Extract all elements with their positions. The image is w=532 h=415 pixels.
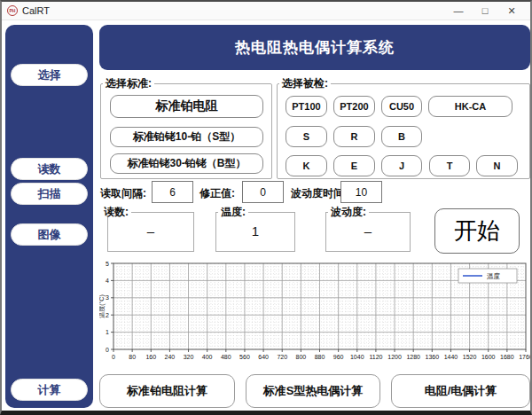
sidebar-item-calculate[interactable]: 计算 xyxy=(11,379,88,401)
std-pt-resistance-calc-button[interactable]: 标准铂电阻计算 xyxy=(99,374,235,408)
svg-text:560: 560 xyxy=(239,354,250,360)
window-controls: — □ ✕ xyxy=(445,2,525,20)
svg-text:640: 640 xyxy=(258,354,269,360)
svg-text:400: 400 xyxy=(202,354,213,360)
tested-r-button[interactable]: R xyxy=(333,126,375,147)
svg-text:1: 1 xyxy=(106,329,109,335)
svg-text:1760: 1760 xyxy=(519,354,531,360)
temperature-label: 温度: xyxy=(218,207,248,217)
svg-text:0: 0 xyxy=(112,354,115,360)
svg-text:1440: 1440 xyxy=(444,354,458,360)
reading-value: – xyxy=(108,223,193,239)
svg-text:160: 160 xyxy=(145,354,156,360)
fluctuation-label: 波动度: xyxy=(328,207,369,217)
standard-pt-resistance-button[interactable]: 标准铂电阻 xyxy=(110,95,263,118)
svg-text:1600: 1600 xyxy=(481,354,496,360)
svg-text:1200: 1200 xyxy=(387,354,402,360)
close-icon[interactable]: ✕ xyxy=(498,2,525,20)
resistance-thermocouple-calc-button[interactable]: 电阻/电偶计算 xyxy=(391,374,530,408)
fluctuation-value: – xyxy=(326,223,410,239)
tested-pt200-button[interactable]: PT200 xyxy=(333,96,375,117)
tested-s-button[interactable]: S xyxy=(286,126,327,147)
svg-text:温度: 温度 xyxy=(487,272,501,280)
app-window: PH CalRT — □ ✕ 选择 读数 扫描 图像 计算 热电阻热电偶计算系统… xyxy=(0,0,532,415)
tested-b-button[interactable]: B xyxy=(381,126,422,147)
svg-text:800: 800 xyxy=(296,354,307,360)
standard-s-type-button[interactable]: 标准铂铑10-铂（S型） xyxy=(110,127,263,147)
minimize-icon[interactable]: — xyxy=(445,2,472,20)
app-icon: PH xyxy=(7,5,18,16)
svg-text:5: 5 xyxy=(106,261,109,267)
reading-label: 读数: xyxy=(101,207,131,217)
svg-text:1680: 1680 xyxy=(500,354,514,360)
tested-group-label: 选择被检: xyxy=(279,78,331,89)
svg-text:320: 320 xyxy=(184,354,194,360)
tested-j-button[interactable]: J xyxy=(381,155,422,176)
tested-cu50-button[interactable]: CU50 xyxy=(381,96,422,117)
svg-text:1040: 1040 xyxy=(350,354,364,360)
svg-text:温度(°C): 温度(°C) xyxy=(99,294,106,318)
window-title: CalRT xyxy=(22,5,50,16)
tested-k-button[interactable]: K xyxy=(286,155,327,176)
std-s-thermocouple-calc-button[interactable]: 标准S型热电偶计算 xyxy=(246,374,380,408)
tested-groupbox: 选择被检: PT100 PT200 CU50 HK-CA S R B K E J… xyxy=(277,83,530,179)
svg-text:0: 0 xyxy=(106,347,109,353)
standard-groupbox: 选择标准: 标准铂电阻 标准铂铑10-铂（S型） 标准铂铑30-铂铑（B型） xyxy=(100,83,272,179)
read-interval-label: 读取间隔: xyxy=(100,186,146,201)
tested-hkca-button[interactable]: HK-CA xyxy=(428,96,512,117)
read-interval-input[interactable] xyxy=(152,181,193,203)
correction-input[interactable] xyxy=(242,181,284,203)
temperature-chart: 0801602403204004805606407208008809601040… xyxy=(99,260,531,365)
tested-n-button[interactable]: N xyxy=(476,155,518,176)
svg-text:240: 240 xyxy=(165,354,176,360)
sidebar-item-image[interactable]: 图像 xyxy=(11,223,88,246)
maximize-icon[interactable]: □ xyxy=(472,2,498,20)
sidebar-item-scan[interactable]: 扫描 xyxy=(11,183,88,205)
svg-text:480: 480 xyxy=(221,354,231,360)
temperature-value: 1 xyxy=(216,223,294,239)
svg-text:720: 720 xyxy=(277,354,287,360)
tested-e-button[interactable]: E xyxy=(333,155,375,176)
svg-text:960: 960 xyxy=(333,354,344,360)
correction-label: 修正值: xyxy=(200,186,235,201)
svg-text:80: 80 xyxy=(129,354,136,360)
svg-text:1520: 1520 xyxy=(463,354,477,360)
start-button[interactable]: 开始 xyxy=(434,208,520,254)
sidebar-item-select[interactable]: 选择 xyxy=(11,64,88,86)
title-bar: PH CalRT — □ ✕ xyxy=(2,2,530,20)
svg-text:4: 4 xyxy=(106,278,109,284)
temperature-chart-svg: 0801602403204004805606407208008809601040… xyxy=(99,260,531,365)
svg-text:2: 2 xyxy=(106,312,109,318)
svg-text:880: 880 xyxy=(315,354,325,360)
svg-text:3: 3 xyxy=(106,294,109,301)
tested-t-button[interactable]: T xyxy=(429,155,470,176)
sidebar-item-reading[interactable]: 读数 xyxy=(11,158,88,180)
standard-group-label: 选择标准: xyxy=(103,78,154,89)
page-title: 热电阻热电偶计算系统 xyxy=(99,25,530,70)
svg-text:1360: 1360 xyxy=(426,354,440,360)
tested-pt100-button[interactable]: PT100 xyxy=(286,96,327,117)
fluctuation-time-label: 波动度时间: xyxy=(291,186,348,201)
standard-b-type-button[interactable]: 标准铂铑30-铂铑（B型） xyxy=(110,153,263,174)
sidebar: 选择 读数 扫描 图像 计算 xyxy=(5,25,93,408)
svg-text:1120: 1120 xyxy=(369,354,382,360)
fluctuation-time-input[interactable] xyxy=(340,181,382,203)
svg-text:1280: 1280 xyxy=(406,354,420,360)
